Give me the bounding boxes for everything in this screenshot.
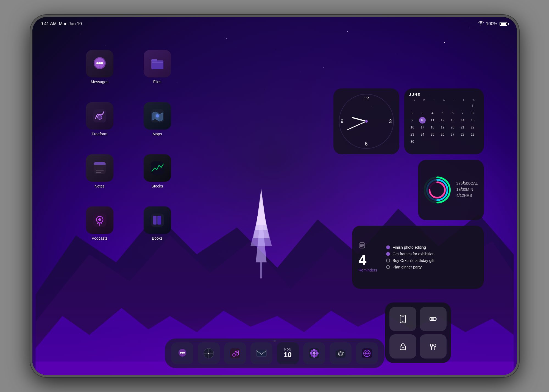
widget-reminders[interactable]: 4 Reminders Finish photo editing Get fra… [352, 226, 484, 289]
cal-day-13: 13 [449, 117, 456, 124]
app-files[interactable]: Files [140, 50, 175, 86]
activity-rings [423, 176, 451, 204]
clock-num-9: 9 [341, 119, 344, 124]
svg-point-85 [366, 353, 367, 354]
cal-day-17: 17 [419, 124, 426, 131]
reminders-icon [359, 242, 381, 250]
books-label: Books [152, 236, 163, 240]
dock-messages[interactable] [171, 342, 193, 364]
dock-mail[interactable] [250, 342, 272, 364]
dock-flower[interactable] [303, 342, 325, 364]
cal-day-25: 25 [429, 131, 436, 138]
svg-point-2 [480, 24, 481, 25]
svg-point-22 [98, 218, 101, 221]
cal-day-e10 [449, 138, 456, 145]
maps-label: Maps [152, 132, 162, 136]
svg-rect-38 [436, 318, 437, 320]
control-airpods[interactable] [420, 334, 447, 359]
svg-point-6 [99, 62, 101, 64]
control-battery[interactable] [420, 307, 447, 331]
cal-day-e4 [439, 103, 446, 109]
dock-altstore[interactable] [356, 342, 378, 364]
svg-point-75 [315, 354, 317, 357]
app-books[interactable]: Books [140, 206, 175, 242]
cal-day-26: 26 [439, 131, 446, 138]
clock-num-12: 12 [363, 96, 369, 102]
widget-activity[interactable]: 375/500CAL 19/30MIN 4/12HRS [418, 160, 484, 220]
svg-rect-64 [257, 350, 266, 357]
app-podcasts[interactable]: Podcasts [82, 206, 118, 242]
cal-day-6: 6 [449, 110, 456, 116]
svg-point-74 [311, 354, 313, 357]
cal-day-e8 [429, 138, 436, 145]
cal-header-s1: S [409, 98, 419, 102]
control-phone[interactable] [389, 307, 416, 331]
activity-minutes: 19/30MIN [456, 187, 478, 192]
cal-day-e6 [459, 103, 466, 109]
status-time: 9:41 AM [41, 21, 57, 26]
cal-day-e9 [439, 138, 446, 145]
reminders-label: Reminders [359, 268, 381, 272]
cal-day-29: 29 [469, 131, 476, 138]
cal-grid: S M T W T F S 1 2 3 4 [409, 98, 479, 145]
cal-month-label: JUNE [409, 93, 479, 97]
cal-day-e1 [409, 103, 416, 109]
app-grid: Messages Files [82, 50, 175, 242]
app-maps[interactable]: Maps [140, 102, 175, 138]
dock: MON 10 [165, 338, 384, 368]
reminder-dot-1 [386, 252, 390, 256]
files-icon [144, 50, 171, 77]
cal-day-10-today: 10 [419, 117, 426, 124]
reminder-text-0: Finish photo editing [393, 245, 426, 250]
cal-day-18: 18 [429, 124, 436, 131]
svg-rect-26 [157, 216, 161, 225]
clock-face: 12 3 6 9 [339, 94, 394, 149]
app-stocks[interactable]: Stocks [140, 154, 175, 190]
reminder-item-3: Plan dinner party [386, 265, 477, 269]
svg-point-72 [311, 350, 313, 352]
maps-icon [144, 102, 171, 130]
cal-day-e5 [449, 103, 456, 109]
clock-minute-hand [347, 121, 366, 130]
reminder-dot-0 [386, 245, 390, 249]
widget-calendar[interactable]: JUNE S M T W T F S 1 2 [404, 88, 484, 154]
svg-point-7 [101, 62, 103, 64]
podcasts-label: Podcasts [92, 236, 108, 240]
dock-camera[interactable] [330, 342, 352, 364]
cal-day-2: 2 [409, 110, 416, 116]
svg-point-73 [315, 350, 317, 352]
svg-point-45 [434, 344, 436, 347]
dock-safari[interactable] [198, 342, 220, 364]
cal-day-9: 9 [409, 117, 416, 124]
activity-stats: 375/500CAL 19/30MIN 4/12HRS [456, 181, 478, 199]
dock-music[interactable] [224, 342, 246, 364]
widget-clock[interactable]: 12 3 6 9 [333, 88, 399, 154]
app-notes[interactable]: Notes [82, 154, 118, 190]
cal-day-27: 27 [449, 131, 456, 138]
reminder-dot-2 [386, 259, 390, 262]
cal-header-t1: T [429, 98, 439, 102]
cal-day-22: 22 [469, 124, 476, 131]
svg-point-53 [180, 352, 182, 354]
svg-rect-39 [431, 318, 434, 320]
reminder-text-2: Buy Orkun's birthday gift [393, 258, 434, 263]
reminders-count: 4 [359, 253, 381, 267]
cal-day-1: 1 [469, 103, 476, 109]
cal-day-e7 [419, 138, 426, 145]
cal-header-t2: T [449, 98, 459, 102]
dock-calendar[interactable]: MON 10 [277, 342, 299, 364]
cal-header-f: F [459, 98, 469, 102]
app-messages[interactable]: Messages [82, 50, 118, 86]
battery-percentage: 100% [486, 21, 497, 26]
app-freeform[interactable]: Freeform [82, 102, 118, 138]
reminder-text-1: Get frames for exhibition [393, 252, 435, 256]
svg-point-42 [430, 344, 433, 347]
messages-label: Messages [91, 80, 108, 84]
cal-day-5: 5 [439, 110, 446, 116]
cal-day-21: 21 [459, 124, 466, 131]
notes-label: Notes [94, 184, 105, 188]
widgets-row2: 375/500CAL 19/30MIN 4/12HRS [418, 160, 484, 220]
cal-day-e11 [459, 138, 466, 145]
clock-center [365, 120, 368, 123]
control-camera[interactable] [389, 334, 416, 359]
